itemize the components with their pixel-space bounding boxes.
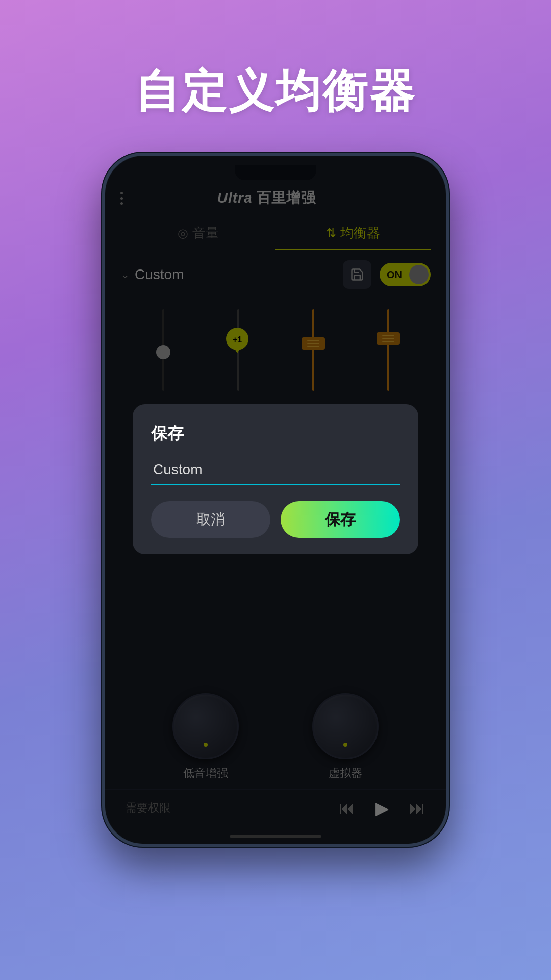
dialog-name-input[interactable] — [151, 457, 400, 485]
cancel-button[interactable]: 取消 — [151, 501, 270, 538]
save-dialog: 保存 取消 保存 — [133, 404, 418, 554]
dialog-buttons: 取消 保存 — [151, 501, 400, 538]
dialog-title: 保存 — [151, 423, 400, 445]
save-confirm-button[interactable]: 保存 — [281, 501, 400, 538]
dialog-overlay: 保存 取消 保存 — [105, 156, 446, 844]
page-title: 自定义均衡器 — [135, 61, 416, 122]
phone-frame: Ultra 百里增强 ◎ 音量 ⇅ 均衡器 ⌄ Custom — [102, 153, 449, 847]
